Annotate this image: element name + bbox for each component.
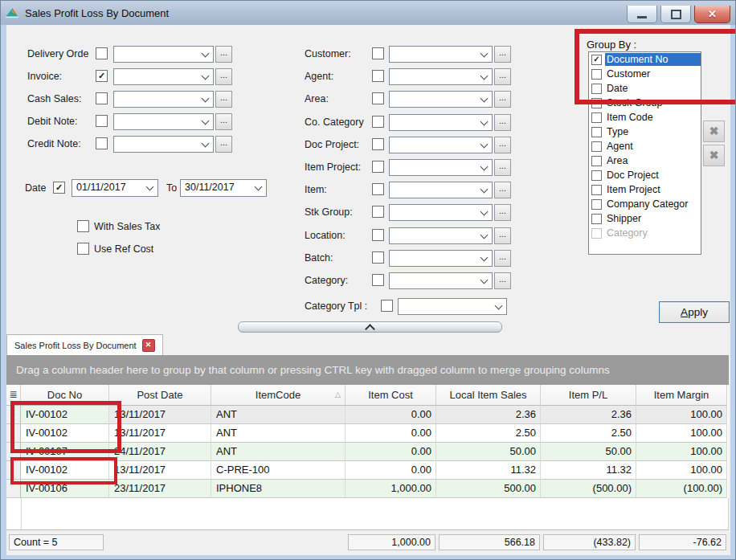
criteria-browse-button[interactable]: ... bbox=[494, 46, 511, 63]
cell-r3-c3[interactable]: ANT bbox=[211, 443, 346, 461]
criteria-browse-button[interactable]: ... bbox=[494, 114, 511, 131]
cell-r1-c7[interactable]: 100.00 bbox=[636, 406, 727, 424]
group-by-item-9[interactable]: ✓Item Project bbox=[589, 182, 701, 197]
group-by-checkbox[interactable]: ✓ bbox=[591, 127, 602, 137]
criteria-checkbox[interactable]: ✓ bbox=[372, 251, 384, 264]
group-by-checkbox[interactable]: ✓ bbox=[591, 170, 602, 181]
group-by-checkbox[interactable]: ✓ bbox=[591, 84, 602, 94]
criteria-checkbox[interactable]: ✓ bbox=[372, 70, 384, 82]
date-checkbox[interactable]: ✓ bbox=[53, 182, 65, 194]
cell-r5-c4[interactable]: 1,000.00 bbox=[346, 480, 436, 498]
criteria-browse-button[interactable]: ... bbox=[494, 159, 511, 176]
criteria-combobox[interactable] bbox=[389, 227, 493, 244]
criteria-checkbox[interactable]: ✓ bbox=[372, 138, 384, 150]
column-header-item-cost[interactable]: Item Cost bbox=[346, 385, 436, 406]
row-indicator[interactable] bbox=[6, 424, 21, 443]
cell-r3-c2[interactable]: 24/11/2017 bbox=[109, 443, 211, 461]
criteria-checkbox[interactable]: ✓ bbox=[372, 161, 384, 173]
cell-r5-c2[interactable]: 23/11/2017 bbox=[109, 480, 211, 498]
group-by-checkbox[interactable]: ✓ bbox=[591, 69, 602, 80]
group-by-checkbox[interactable]: ✓ bbox=[591, 112, 602, 123]
column-header-local-item-sales[interactable]: Local Item Sales bbox=[436, 385, 541, 406]
cell-r4-c5[interactable]: 11.32 bbox=[436, 461, 541, 480]
cell-r3-c7[interactable]: 100.00 bbox=[636, 443, 727, 461]
group-by-checkbox[interactable]: ✓ bbox=[591, 141, 602, 152]
group-by-checkbox[interactable]: ✓ bbox=[591, 185, 602, 195]
category-tpl-checkbox[interactable]: ✓ bbox=[381, 300, 393, 312]
cell-r2-c6[interactable]: 2.50 bbox=[541, 424, 636, 443]
cell-r3-c5[interactable]: 50.00 bbox=[436, 443, 541, 461]
criteria-browse-button[interactable]: ... bbox=[494, 250, 511, 267]
group-by-item-3[interactable]: ✓Stock Group bbox=[589, 96, 701, 110]
cell-r1-c4[interactable]: 0.00 bbox=[346, 406, 436, 424]
column-header-item-p-l[interactable]: Item P/L bbox=[541, 385, 636, 406]
cell-r1-c3[interactable]: ANT bbox=[211, 406, 346, 424]
cell-r4-c7[interactable]: 100.00 bbox=[636, 461, 727, 480]
date-from-picker[interactable]: 01/11/2017 bbox=[72, 179, 158, 197]
cell-r2-c3[interactable]: ANT bbox=[211, 424, 346, 443]
group-by-checkbox[interactable]: ✓ bbox=[591, 214, 602, 224]
group-by-item-1[interactable]: ✓Customer bbox=[589, 67, 701, 81]
group-by-list[interactable]: ✓Document No✓Customer✓Date✓Stock Group✓I… bbox=[588, 51, 701, 255]
criteria-combobox[interactable] bbox=[389, 250, 493, 267]
cell-r2-c2[interactable]: 13/11/2017 bbox=[109, 424, 211, 443]
cell-r1-c6[interactable]: 2.36 bbox=[541, 406, 636, 424]
criteria-browse-button[interactable]: ... bbox=[494, 91, 511, 108]
criteria-browse-button[interactable]: ... bbox=[494, 204, 511, 221]
row-indicator[interactable] bbox=[6, 443, 21, 461]
cell-r5-c6[interactable]: (500.00) bbox=[541, 480, 636, 498]
cell-r4-c3[interactable]: C-PRE-100 bbox=[211, 461, 346, 480]
group-by-item-10[interactable]: ✓Company Categor bbox=[589, 197, 701, 211]
row-indicator[interactable]: ▸ bbox=[6, 406, 21, 424]
minimize-button[interactable] bbox=[627, 6, 657, 23]
category-tpl-combobox[interactable] bbox=[398, 298, 507, 315]
option-checkbox[interactable]: ✓ bbox=[77, 243, 89, 255]
grid-header-menu-icon[interactable]: ≣ bbox=[6, 385, 21, 406]
group-by-item-11[interactable]: ✓Shipper bbox=[589, 211, 701, 226]
close-button[interactable]: ✕ bbox=[694, 6, 730, 23]
cell-r3-c4[interactable]: 0.00 bbox=[346, 443, 436, 461]
group-by-checkbox[interactable]: ✓ bbox=[591, 156, 602, 166]
criteria-checkbox[interactable]: ✓ bbox=[372, 274, 384, 286]
cell-r4-c4[interactable]: 0.00 bbox=[346, 461, 436, 480]
cell-r2-c5[interactable]: 2.50 bbox=[436, 424, 541, 443]
apply-button[interactable]: Apply bbox=[659, 301, 730, 323]
criteria-combobox[interactable] bbox=[389, 137, 493, 153]
cell-r1-c1[interactable]: IV-00102 bbox=[21, 406, 109, 424]
group-by-item-5[interactable]: ✓Type bbox=[589, 125, 701, 139]
group-by-checkbox[interactable]: ✓ bbox=[591, 55, 602, 65]
column-header-doc-no[interactable]: Doc No bbox=[21, 385, 109, 406]
criteria-checkbox[interactable]: ✓ bbox=[372, 92, 384, 104]
option-checkbox[interactable]: ✓ bbox=[77, 220, 89, 232]
date-to-picker[interactable]: 30/11/2017 bbox=[180, 179, 267, 197]
criteria-combobox[interactable] bbox=[389, 159, 493, 176]
group-by-item-0[interactable]: ✓Document No bbox=[589, 52, 701, 67]
cell-r5-c1[interactable]: IV-00106 bbox=[21, 480, 109, 498]
row-indicator[interactable] bbox=[6, 461, 21, 480]
criteria-combobox[interactable] bbox=[389, 204, 493, 221]
tab-sales-profit-loss[interactable]: Sales Profit Loss By Document ✕ bbox=[6, 334, 163, 355]
panel-collapse-splitter[interactable] bbox=[238, 321, 502, 333]
group-by-item-4[interactable]: ✓Item Code bbox=[589, 110, 701, 125]
group-by-drop-zone[interactable]: Drag a column header here to group by th… bbox=[6, 355, 729, 385]
criteria-browse-button[interactable]: ... bbox=[494, 227, 511, 244]
column-header-post-date[interactable]: Post Date bbox=[109, 385, 211, 406]
criteria-combobox[interactable] bbox=[389, 68, 493, 85]
cell-r5-c5[interactable]: 500.00 bbox=[436, 480, 541, 498]
column-header-itemcode[interactable]: ItemCode△ bbox=[211, 385, 346, 406]
cell-r2-c1[interactable]: IV-00102 bbox=[21, 424, 109, 443]
group-by-checkbox[interactable]: ✓ bbox=[591, 98, 602, 108]
cell-r5-c7[interactable]: (100.00) bbox=[636, 480, 727, 498]
cell-r4-c2[interactable]: 13/11/2017 bbox=[109, 461, 211, 480]
group-by-item-6[interactable]: ✓Agent bbox=[589, 139, 701, 153]
cell-r2-c7[interactable]: 100.00 bbox=[636, 424, 727, 443]
row-indicator[interactable] bbox=[6, 480, 21, 498]
group-by-item-8[interactable]: ✓Doc Project bbox=[589, 168, 701, 182]
cell-r5-c3[interactable]: IPHONE8 bbox=[211, 480, 346, 498]
group-by-item-2[interactable]: ✓Date bbox=[589, 81, 701, 96]
cell-r4-c1[interactable]: IV-00102 bbox=[21, 461, 109, 480]
criteria-browse-button[interactable]: ... bbox=[494, 68, 511, 85]
cell-r3-c1[interactable]: IV-00107 bbox=[21, 443, 109, 461]
cell-r2-c4[interactable]: 0.00 bbox=[346, 424, 436, 443]
criteria-browse-button[interactable]: ... bbox=[494, 272, 511, 289]
